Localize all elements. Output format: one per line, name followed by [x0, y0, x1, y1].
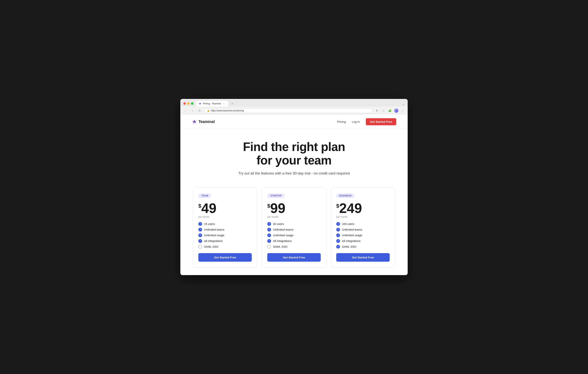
toolbar-actions: ⬆ ☆ 🧩 ⋮: [374, 108, 405, 113]
list-item: ✓ All integrations: [198, 239, 252, 243]
nav-login[interactable]: Log In: [352, 120, 360, 123]
business-dollar: $: [336, 203, 339, 209]
list-item: ✓ 40 users: [267, 222, 321, 226]
check-icon: ✓: [336, 234, 340, 237]
list-item: ✓ All integrations: [267, 239, 321, 243]
new-tab-button[interactable]: +: [230, 101, 235, 107]
team-plan-card: TEAM $ 49 per month ✓ 15 users ✓ Unlimit…: [193, 188, 257, 267]
refresh-button[interactable]: ↻: [197, 108, 202, 113]
check-icon: ✓: [267, 239, 271, 243]
startup-badge: STARTUP: [267, 193, 284, 198]
list-item: ✓ Unlimited teams: [198, 228, 252, 232]
team-cta-button[interactable]: Get Started Free: [198, 253, 252, 262]
check-icon: ✓: [198, 228, 202, 232]
list-item: ✓ Unlimited usage: [336, 234, 390, 237]
business-period: per month: [336, 215, 390, 218]
business-plan-card: BUSINESS $ 249 per month ✓ 100 users ✓ U…: [331, 188, 395, 267]
team-price: 49: [201, 201, 217, 215]
check-icon: ✓: [336, 228, 340, 232]
tab-favicon: [199, 102, 201, 105]
active-tab[interactable]: Pricing - Teaminal ×: [196, 101, 228, 107]
startup-features: ✓ 40 users ✓ Unlimited teams ✓ Unlimited…: [267, 222, 321, 249]
startup-plan-card: STARTUP $ 99 per month ✓ 40 users ✓ Unli…: [262, 188, 326, 267]
check-icon: ✓: [336, 239, 340, 243]
check-icon: ✓: [267, 222, 271, 226]
traffic-lights: [183, 102, 193, 105]
business-price-row: $ 249: [336, 201, 390, 215]
list-item: SAML SSO: [267, 245, 321, 249]
startup-price: 99: [270, 201, 285, 215]
tab-title-label: Pricing - Teaminal: [203, 102, 221, 105]
check-icon: ✓: [198, 239, 202, 243]
logo[interactable]: Teaminal: [192, 119, 215, 125]
nav-links: Pricing Log In Get Started Free: [337, 118, 396, 125]
check-icon: ✓: [198, 222, 202, 226]
hero-section: Find the right plan for your team Try ou…: [180, 129, 408, 184]
back-button[interactable]: ‹: [183, 108, 188, 113]
startup-cta-button[interactable]: Get Started Free: [267, 253, 321, 262]
list-item: ✓ Unlimited teams: [336, 228, 390, 232]
startup-dollar: $: [267, 203, 270, 209]
business-badge: BUSINESS: [336, 193, 355, 198]
check-icon: ✓: [267, 234, 271, 237]
business-features: ✓ 100 users ✓ Unlimited teams ✓ Unlimite…: [336, 222, 390, 249]
list-item: ✓ Unlimited usage: [267, 234, 321, 237]
forward-button[interactable]: ›: [190, 108, 195, 113]
check-icon: ✓: [336, 245, 340, 249]
browser-toolbar: ‹ › ↻ 🔒 https://www.teaminal.com/pricing…: [180, 107, 408, 115]
page-content: Teaminal Pricing Log In Get Started Free…: [180, 115, 408, 275]
browser-titlebar: Pricing - Teaminal × + ⌄: [180, 99, 408, 107]
bookmark-button[interactable]: ☆: [381, 108, 386, 113]
url-text: https://www.teaminal.com/pricing: [211, 109, 244, 112]
menu-button[interactable]: ⋮: [400, 108, 405, 113]
pricing-section: TEAM $ 49 per month ✓ 15 users ✓ Unlimit…: [180, 184, 408, 275]
list-item: ✓ 15 users: [198, 222, 252, 226]
browser-window: Pricing - Teaminal × + ⌄ ‹ › ↻ 🔒 https:/…: [180, 99, 408, 275]
list-item: ✓ SAML SSO: [336, 245, 390, 249]
team-dollar: $: [198, 203, 201, 209]
business-cta-button[interactable]: Get Started Free: [336, 253, 390, 262]
list-item: ✓ All integrations: [336, 239, 390, 243]
logo-text: Teaminal: [199, 119, 215, 124]
tab-close-button[interactable]: ×: [222, 102, 225, 105]
team-period: per month: [198, 215, 252, 218]
list-item: ✓ Unlimited usage: [198, 234, 252, 237]
list-item: ✓ 100 users: [336, 222, 390, 226]
nav-pricing[interactable]: Pricing: [337, 120, 346, 123]
check-icon: ✓: [336, 222, 340, 226]
lock-icon: 🔒: [207, 109, 210, 112]
team-badge: TEAM: [198, 193, 211, 198]
minimize-traffic-light[interactable]: [187, 102, 190, 105]
list-item: ✓ Unlimited teams: [267, 228, 321, 232]
list-item: SAML SSO: [198, 245, 252, 249]
check-icon: ✓: [198, 234, 202, 237]
team-price-row: $ 49: [198, 201, 252, 215]
get-started-button[interactable]: Get Started Free: [366, 118, 396, 125]
startup-period: per month: [267, 215, 321, 218]
close-traffic-light[interactable]: [183, 102, 186, 105]
business-price: 249: [339, 201, 362, 215]
logo-icon: [192, 119, 197, 125]
tabs-row: Pricing - Teaminal × + ⌄: [183, 101, 405, 107]
uncheck-icon: [267, 245, 271, 249]
check-icon: ✓: [267, 228, 271, 232]
startup-price-row: $ 99: [267, 201, 321, 215]
site-nav: Teaminal Pricing Log In Get Started Free: [180, 115, 408, 129]
team-features: ✓ 15 users ✓ Unlimited teams ✓ Unlimited…: [198, 222, 252, 249]
share-button[interactable]: ⬆: [374, 108, 380, 113]
profile-button[interactable]: [394, 108, 399, 113]
maximize-traffic-light[interactable]: [191, 102, 193, 105]
hero-subtitle: Try out all the features with a free 30-…: [237, 171, 351, 176]
extensions-button[interactable]: 🧩: [387, 108, 392, 113]
uncheck-icon: [198, 245, 202, 249]
window-controls-right: ⌄: [402, 102, 405, 107]
address-bar[interactable]: 🔒 https://www.teaminal.com/pricing: [204, 108, 372, 113]
hero-title: Find the right plan for your team: [188, 140, 400, 167]
